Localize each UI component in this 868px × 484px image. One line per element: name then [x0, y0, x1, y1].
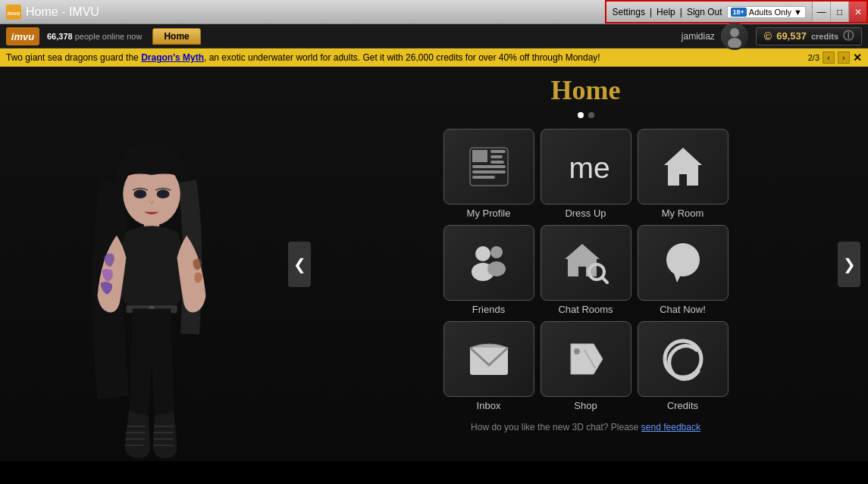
- window-buttons: — □ ✕: [812, 2, 866, 22]
- avatar-figure: [68, 143, 235, 461]
- dot-1: [578, 112, 584, 118]
- nav-logo: imvu: [6, 27, 39, 45]
- chat-now-label: Chat Now!: [660, 304, 706, 315]
- my-room-label: My Room: [662, 208, 704, 219]
- titlebar-left: imvu Home - IMVU: [0, 0, 605, 23]
- banner-close-button[interactable]: ✕: [853, 52, 862, 64]
- shop-label: Shop: [574, 400, 597, 411]
- mail-icon: [466, 336, 512, 382]
- profile-icon: [466, 144, 512, 189]
- svg-rect-27: [490, 161, 504, 164]
- friends-icon: [466, 240, 512, 286]
- close-button[interactable]: ✕: [848, 2, 866, 22]
- header-right: jamidiaz © 69,537 credits ⓘ: [682, 23, 862, 50]
- grid-item-dress-up[interactable]: me Dress Up: [541, 129, 631, 219]
- grid-item-inbox[interactable]: Inbox: [443, 321, 534, 411]
- svg-point-40: [666, 243, 700, 276]
- top-section: imvu Home - IMVU Settings | Help | Sign …: [0, 0, 868, 24]
- svg-text:imvu: imvu: [8, 11, 20, 16]
- minimize-button[interactable]: —: [812, 2, 830, 22]
- grid-item-my-room[interactable]: My Room: [638, 129, 729, 219]
- my-room-icon-box: [638, 129, 729, 205]
- me-text-icon: me: [563, 144, 609, 189]
- adults-dropdown[interactable]: 18+ Adults Only ▼: [727, 6, 806, 18]
- online-count-label: 66,378 people online now: [47, 32, 142, 41]
- svg-text:imvu: imvu: [11, 31, 34, 42]
- home-title: Home: [551, 74, 621, 106]
- signout-link[interactable]: Sign Out: [687, 7, 722, 17]
- svg-marker-41: [674, 273, 682, 283]
- shop-icon-box: [541, 321, 631, 397]
- grid-item-my-profile[interactable]: My Profile: [443, 129, 534, 219]
- svg-text:me: me: [569, 151, 609, 184]
- imvu-nav-logo: imvu: [6, 27, 39, 45]
- banner-text: Two giant sea dragons guard the Dragon's…: [6, 52, 600, 63]
- settings-links: Settings | Help | Sign Out 18+ Adults On…: [606, 2, 812, 22]
- maximize-button[interactable]: □: [830, 2, 848, 22]
- credits-amount: 69,537: [776, 30, 807, 42]
- online-number: 66,378: [47, 32, 73, 41]
- sep1: |: [650, 7, 652, 17]
- svg-rect-26: [490, 155, 503, 158]
- credits-label-item: Credits: [667, 400, 698, 411]
- adults-badge: 18+: [731, 8, 747, 17]
- banner-text-before: Two giant sea dragons guard the: [6, 52, 141, 63]
- svg-point-11: [138, 192, 143, 197]
- dropdown-arrow: ▼: [794, 8, 802, 17]
- svg-point-4: [730, 28, 739, 37]
- svg-rect-29: [472, 170, 506, 173]
- feedback-text: How do you like the new 3D chat? Please: [471, 422, 641, 432]
- chat-rooms-icon-box: [541, 225, 631, 301]
- online-text: people online now: [75, 32, 143, 41]
- settings-link[interactable]: Settings: [613, 7, 645, 17]
- credits-label: credits: [811, 32, 838, 41]
- nav-next-button[interactable]: ❯: [838, 242, 860, 287]
- username-label: jamidiaz: [682, 31, 715, 42]
- navbar: imvu 66,378 people online now Home jamid…: [0, 24, 868, 48]
- dot-2: [588, 112, 594, 118]
- banner-nav: 2/3 ‹ › ✕: [808, 52, 862, 64]
- banner-link[interactable]: Dragon's Myth: [141, 52, 204, 63]
- banner-page-indicator: 2/3: [808, 53, 819, 62]
- svg-rect-28: [472, 165, 506, 168]
- home-panel: Home ❮: [303, 67, 868, 461]
- svg-rect-30: [472, 176, 495, 179]
- banner-next-button[interactable]: ›: [838, 52, 850, 64]
- chat-bubble-icon: [660, 240, 706, 286]
- banner-text-after: , an exotic underwater world for adults.…: [204, 52, 600, 63]
- info-icon[interactable]: ⓘ: [843, 30, 854, 43]
- credits-icon: ©: [764, 30, 772, 42]
- svg-point-12: [161, 192, 166, 197]
- send-feedback-link[interactable]: send feedback: [641, 422, 700, 432]
- banner-prev-button[interactable]: ‹: [823, 52, 835, 64]
- inbox-label: Inbox: [477, 400, 501, 411]
- grid-item-chat-now[interactable]: Chat Now!: [638, 225, 729, 315]
- my-profile-icon-box: [443, 129, 534, 205]
- my-profile-label: My Profile: [467, 208, 511, 219]
- tag-icon: [563, 336, 609, 382]
- svg-point-5: [728, 38, 741, 48]
- sep2: |: [680, 7, 682, 17]
- avatar-area: [0, 67, 303, 461]
- user-info: jamidiaz: [682, 23, 748, 50]
- home-tab[interactable]: Home: [152, 28, 200, 45]
- credits-c-icon: [660, 336, 706, 382]
- banner: Two giant sea dragons guard the Dragon's…: [0, 48, 868, 67]
- avatar-thumbnail: [721, 23, 748, 50]
- dress-up-icon-box: me: [541, 129, 631, 205]
- icon-grid: My Profile me Dress Up My Room: [443, 129, 729, 411]
- settings-and-controls: Settings | Help | Sign Out 18+ Adults On…: [605, 0, 868, 23]
- chat-rooms-label: Chat Rooms: [558, 304, 613, 315]
- help-link[interactable]: Help: [656, 7, 675, 17]
- grid-item-credits[interactable]: Credits: [638, 321, 729, 411]
- nav-prev-icon: ❮: [293, 255, 306, 273]
- grid-item-shop[interactable]: Shop: [541, 321, 631, 411]
- nav-prev-button[interactable]: ❮: [288, 242, 311, 287]
- grid-item-friends[interactable]: Friends: [443, 225, 534, 315]
- main-content: Home ❮: [0, 67, 868, 461]
- svg-point-36: [487, 261, 506, 276]
- svg-rect-24: [472, 150, 487, 162]
- feedback-line: How do you like the new 3D chat? Please …: [471, 422, 700, 432]
- grid-item-chat-rooms[interactable]: Chat Rooms: [541, 225, 631, 315]
- window-title: Home - IMVU: [26, 5, 99, 19]
